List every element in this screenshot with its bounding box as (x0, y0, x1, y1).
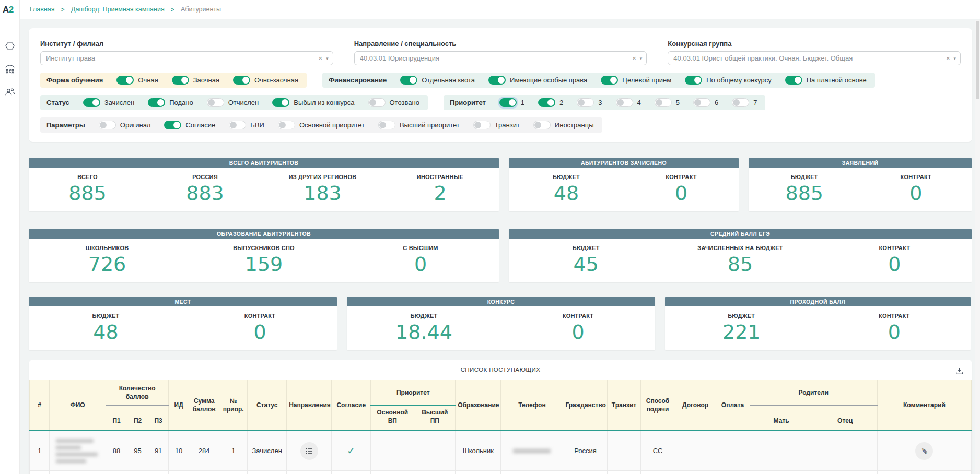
stat-label: ИНОСТРАННЫЕ (381, 174, 499, 180)
cell-father (813, 471, 877, 474)
toggle-osobye-prava[interactable]: Имеющие особые права (488, 76, 587, 85)
toggle-bvi[interactable]: БВИ (229, 121, 264, 129)
scrollbar-thumb[interactable] (976, 21, 979, 99)
col-contract: Договор (675, 380, 716, 431)
cell-comment: ✎ (877, 431, 971, 471)
toggle-switch[interactable] (577, 98, 594, 107)
stat-value: 0 (501, 322, 655, 343)
toggle-switch[interactable] (233, 76, 250, 85)
users-icon[interactable] (4, 86, 16, 98)
stat-label: КОНТРАКТ (818, 245, 972, 251)
breadcrumb-home[interactable]: Главная (30, 6, 55, 13)
toggle-switch[interactable] (655, 98, 672, 107)
toggle-switch[interactable] (616, 98, 633, 107)
toggle-switch[interactable] (278, 121, 295, 129)
stat-value: 0 (342, 254, 499, 275)
hexagon-icon[interactable] (4, 40, 16, 52)
toggle-podano[interactable]: Подано (148, 98, 193, 107)
toggle-switch[interactable] (99, 121, 116, 129)
toggle-celevoy-priem[interactable]: Целевой прием (601, 76, 671, 85)
toggle-switch[interactable] (732, 98, 749, 107)
toggle-osnovnoy-prioritet[interactable]: Основной приоритет (278, 121, 365, 129)
clear-icon[interactable]: × (946, 54, 950, 62)
stat-label: КОНТРАКТ (818, 313, 971, 319)
clear-icon[interactable]: × (319, 54, 323, 62)
toggle-switch[interactable] (207, 98, 224, 107)
breadcrumb-dashboard[interactable]: Дашборд: Приемная кампания (71, 6, 165, 13)
toggle-priority-5[interactable]: 5 (655, 98, 680, 107)
toggle-zachislen[interactable]: Зачислен (83, 98, 134, 107)
stat-label: ЗАЧИСЛЕННЫХ НА БЮДЖЕТ (663, 245, 817, 251)
toggle-switch[interactable] (368, 98, 386, 107)
colgroup-parents: Родители (750, 380, 877, 406)
toggle-soglasie[interactable]: Согласие (164, 121, 215, 129)
toggle-switch[interactable] (229, 121, 246, 129)
toggle-tranzit[interactable]: Транзит (473, 121, 520, 129)
app-logo[interactable]: A2 (3, 5, 19, 15)
toggle-priority-4[interactable]: 4 (616, 98, 641, 107)
toggle-switch[interactable] (272, 98, 289, 107)
direction-select[interactable]: 40.03.01 Юриспруденция × ▾ (354, 51, 647, 65)
directions-list-button[interactable] (300, 442, 318, 460)
cell-contract (675, 431, 716, 471)
toggle-switch[interactable] (499, 98, 517, 107)
toggle-obshiy-konkurs[interactable]: По общему конкурсу (685, 76, 772, 85)
toggle-switch[interactable] (488, 76, 506, 85)
toggle-switch[interactable] (685, 76, 702, 85)
card-applications: ЗАЯВЛЕНИЙ БЮДЖЕТ885 КОНТРАКТ0 (749, 158, 972, 211)
col-education: Образование (456, 380, 501, 431)
toggle-switch[interactable] (148, 98, 165, 107)
table-row[interactable]: 2 87 87 96 10 280 1 Зачислен (30, 471, 972, 474)
col-id: ИД (169, 380, 189, 431)
col-phone: Телефон (501, 380, 563, 431)
stat-value: 0 (818, 322, 971, 343)
toggle-priority-2[interactable]: 2 (538, 98, 563, 107)
toggle-original[interactable]: Оригинал (99, 121, 151, 129)
cell-num: 2 (30, 471, 50, 474)
toggle-priority-6[interactable]: 6 (693, 98, 718, 107)
toggle-vybyl[interactable]: Выбыл из конкурса (272, 98, 354, 107)
toggle-switch[interactable] (693, 98, 710, 107)
toggle-switch[interactable] (172, 76, 189, 85)
forma-group-label: Форма обучения (46, 76, 103, 84)
chevron-down-icon[interactable]: ▾ (326, 56, 329, 61)
group-select[interactable]: 40.03.01 Юрист общей практики. Очная. Бю… (668, 51, 961, 65)
col-consent: Согласие (332, 380, 371, 431)
toggle-zaochnaya[interactable]: Заочная (172, 76, 219, 85)
cell-consent: ✓ (332, 431, 371, 471)
toggle-switch[interactable] (83, 98, 100, 107)
toggle-inostrancy[interactable]: Иностранцы (533, 121, 594, 129)
toggle-platnaya-osnova[interactable]: На платной основе (785, 76, 867, 85)
table-row[interactable]: 1 88 95 91 10 284 1 Зачислен (30, 431, 972, 471)
toggle-switch[interactable] (785, 76, 802, 85)
download-icon[interactable] (953, 365, 965, 377)
col-fio: ФИО (50, 380, 106, 431)
clear-icon[interactable]: × (632, 54, 636, 62)
toggle-otozvano[interactable]: Отозвано (368, 98, 419, 107)
audience-icon[interactable] (4, 63, 16, 75)
toggle-group-params: Параметры Оригинал Согласие БВИ Основной… (40, 117, 602, 133)
toggle-ochnaya[interactable]: Очная (116, 76, 158, 85)
edit-comment-button[interactable]: ✎ (915, 442, 933, 460)
toggle-switch[interactable] (164, 121, 181, 129)
col-sum: Сумма баллов (189, 380, 219, 431)
toggle-ochno-zaochnaya[interactable]: Очно-заочная (233, 76, 298, 85)
toggle-priority-7[interactable]: 7 (732, 98, 757, 107)
toggle-otchislen[interactable]: Отчислен (207, 98, 259, 107)
toggle-priority-1[interactable]: 1 (499, 98, 524, 107)
chevron-down-icon[interactable]: ▾ (953, 56, 956, 61)
toggle-vysshiy-prioritet[interactable]: Высший приоритет (378, 121, 460, 129)
toggle-switch[interactable] (538, 98, 555, 107)
toggle-otdelnaya-kvota[interactable]: Отдельная квота (400, 76, 475, 85)
vertical-scrollbar[interactable] (975, 20, 980, 474)
card-title: ЗАЯВЛЕНИЙ (749, 158, 972, 168)
toggle-switch[interactable] (116, 76, 134, 85)
toggle-switch[interactable] (400, 76, 417, 85)
institute-select[interactable]: Институт права × ▾ (40, 51, 333, 65)
toggle-switch[interactable] (601, 76, 618, 85)
toggle-switch[interactable] (378, 121, 395, 129)
toggle-switch[interactable] (473, 121, 491, 129)
toggle-switch[interactable] (533, 121, 551, 129)
chevron-down-icon[interactable]: ▾ (640, 56, 643, 61)
toggle-priority-3[interactable]: 3 (577, 98, 602, 107)
